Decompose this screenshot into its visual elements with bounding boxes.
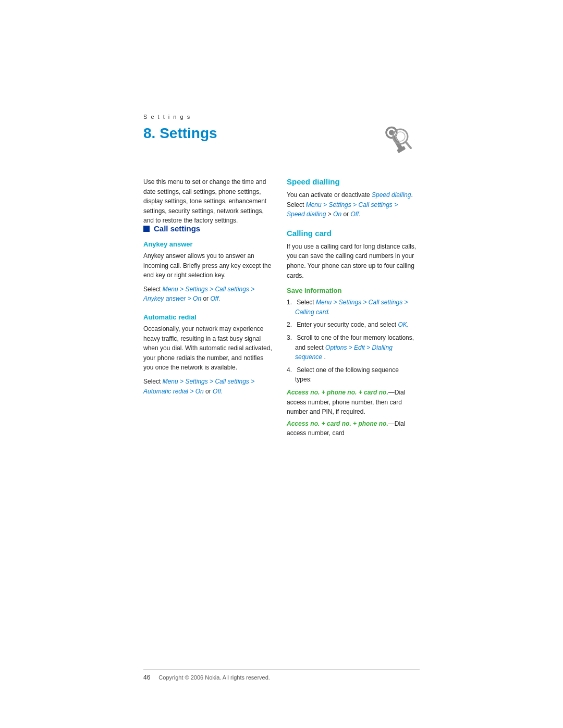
automatic-redial-body: Occasionally, your network may experienc… — [143, 324, 274, 373]
calling-card-body: If you use a calling card for long dista… — [287, 242, 417, 280]
step-1-num: 1. — [287, 298, 295, 307]
redial-path-prefix: Select — [143, 378, 163, 385]
speed-body-prefix: You can activate or deactivate — [287, 191, 372, 199]
left-column: Call settings Anykey answer Anykey answe… — [143, 224, 274, 405]
right-column: Speed dialling You can activate or deact… — [287, 177, 417, 448]
calling-card-block: Calling card If you use a calling card f… — [287, 229, 417, 438]
anykey-answer-body: Anykey answer allows you to answer an in… — [143, 251, 274, 280]
page-header-label: S e t t i n g s — [143, 114, 191, 120]
settings-icon-area — [381, 125, 417, 162]
call-settings-title: Call settings — [154, 224, 200, 233]
chapter-title: 8. Settings — [143, 125, 217, 142]
anykey-answer-block: Anykey answer Anykey answer allows you t… — [143, 240, 274, 304]
page: S e t t i n g s 8. Settings Use this men… — [0, 0, 563, 728]
svg-line-5 — [406, 142, 411, 148]
anykey-answer-title: Anykey answer — [143, 240, 274, 248]
step-4-text: Select one of the following sequence typ… — [295, 365, 417, 385]
anykey-or: or — [201, 295, 210, 302]
automatic-redial-path: Select Menu > Settings > Call settings >… — [143, 377, 274, 396]
speed-dialling-block: Speed dialling You can activate or deact… — [287, 177, 417, 219]
step-1-link: Menu > Settings > Call settings > Callin… — [295, 299, 408, 316]
speed-or: or — [341, 211, 350, 218]
speed-dialling-title: Speed dialling — [287, 177, 417, 186]
wrench-icon — [381, 125, 412, 156]
speed-arrow: > — [326, 211, 333, 218]
calling-card-title: Calling card — [287, 229, 417, 238]
call-settings-heading: Call settings — [143, 224, 274, 233]
sequence-type-1: Access no. + phone no. + card no.—Dial a… — [287, 388, 417, 417]
step-3-text: Scroll to one of the four memory locatio… — [295, 333, 417, 362]
svg-point-6 — [396, 132, 405, 141]
anykey-off-link: Off. — [210, 295, 220, 302]
step-1: 1. Select Menu > Settings > Call setting… — [287, 298, 417, 317]
redial-or: or — [204, 388, 213, 395]
intro-text: Use this menu to set or change the time … — [143, 177, 274, 226]
step-2-text: Enter your security code, and select OK. — [295, 320, 409, 330]
automatic-redial-block: Automatic redial Occasionally, your netw… — [143, 313, 274, 396]
step-2-num: 2. — [287, 320, 295, 330]
anykey-path-prefix: Select — [143, 286, 163, 293]
redial-off-link: Off. — [213, 388, 223, 395]
step-4-num: 4. — [287, 365, 295, 375]
save-information-title: Save information — [287, 287, 417, 294]
step-4: 4. Select one of the following sequence … — [287, 365, 417, 385]
step-1-text: Select Menu > Settings > Call settings >… — [295, 298, 417, 317]
step-3-suffix: . — [322, 353, 326, 361]
footer-copyright: Copyright © 2006 Nokia. All rights reser… — [158, 674, 270, 681]
speed-on-link: On — [333, 211, 341, 218]
footer-page-number: 46 — [143, 674, 150, 681]
speed-off-link: Off. — [350, 211, 360, 218]
automatic-redial-title: Automatic redial — [143, 313, 274, 321]
step-3: 3. Scroll to one of the four memory loca… — [287, 333, 417, 362]
anykey-answer-path: Select Menu > Settings > Call settings >… — [143, 285, 274, 304]
step-3-link: Options > Edit > Dialling sequence — [295, 344, 393, 361]
sequence-type-2: Access no. + card no. + phone no.—Dial a… — [287, 419, 417, 438]
section-heading-square — [143, 226, 150, 232]
speed-link1: Speed dialling — [372, 191, 411, 199]
speed-dialling-body: You can activate or deactivate Speed dia… — [287, 190, 417, 219]
save-info-steps: 1. Select Menu > Settings > Call setting… — [287, 298, 417, 385]
step-2: 2. Enter your security code, and select … — [287, 320, 417, 330]
save-information-block: Save information 1. Select Menu > Settin… — [287, 287, 417, 438]
step-2-link: OK. — [398, 321, 409, 328]
page-footer: 46 Copyright © 2006 Nokia. All rights re… — [143, 669, 420, 681]
step-3-num: 3. — [287, 333, 295, 343]
